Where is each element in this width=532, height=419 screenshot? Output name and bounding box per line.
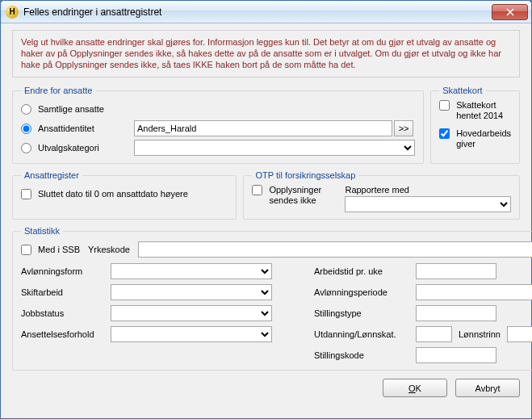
label-rapportere-med: Rapportere med <box>345 185 511 195</box>
jobbstatus-combo[interactable] <box>111 305 272 321</box>
app-icon: H <box>6 6 19 19</box>
radio-utvalgskategori[interactable] <box>21 143 31 153</box>
checkbox-skattekort-hentet[interactable] <box>439 100 450 111</box>
label-hovedarbeidsgiver: Hovedarbeids giver <box>456 128 511 149</box>
ansattregister-legend: Ansattregister <box>21 170 82 180</box>
ansattregister-group: Ansattregister Sluttet dato til 0 om ans… <box>12 170 237 220</box>
skattekort-legend: Skattekort <box>439 86 486 95</box>
label-lonnstrinn: Lønnstrinn <box>459 329 501 339</box>
endre-for-legend: Endre for ansatte <box>21 86 95 95</box>
endre-for-ansatte-group: Endre for ansatte Samtlige ansatte Ansat… <box>12 86 424 164</box>
label-arbeidstid: Arbeidstid pr. uke <box>314 266 411 276</box>
cancel-button[interactable]: Avbryt <box>455 379 520 397</box>
checkbox-med-i-ssb[interactable] <box>21 245 31 255</box>
label-opplysninger-sendes-ikke: Opplysninger sendes ikke <box>269 185 333 206</box>
radio-ansattidentitet[interactable] <box>21 124 31 134</box>
label-utdanning-lonnskat: Utdanning/Lønnskat. <box>314 329 411 339</box>
label-med-i-ssb: Med i SSB <box>38 245 80 254</box>
label-skattekort-hentet: Skattekort hentet 2014 <box>456 100 511 121</box>
close-icon <box>506 8 514 16</box>
skattekort-group: Skattekort Skattekort hentet 2014 Hoveda… <box>430 86 520 164</box>
yrkeskode-combo[interactable] <box>138 241 532 258</box>
skiftarbeid-combo[interactable] <box>111 284 272 300</box>
rapportere-med-combo[interactable] <box>345 196 511 212</box>
label-ansattidentitet: Ansattidentitet <box>38 124 94 133</box>
dialog-footer: OK Avbryt <box>12 374 520 397</box>
avlonningsform-combo[interactable] <box>111 263 272 279</box>
ansattidentitet-browse-button[interactable]: >> <box>394 120 413 136</box>
dialog-window: H Felles endringer i ansattregistret Vel… <box>0 0 532 419</box>
label-skiftarbeid: Skiftarbeid <box>21 287 106 297</box>
client-area: Velg ut hvilke ansatte endringer skal gj… <box>1 23 531 418</box>
statistikk-legend: Statistikk <box>21 226 63 236</box>
checkbox-sluttet-dato[interactable] <box>21 189 31 199</box>
label-yrkeskode: Yrkeskode <box>88 245 130 254</box>
ansattidentitet-input[interactable] <box>134 120 392 136</box>
label-utvalgskategori: Utvalgskategori <box>38 143 99 153</box>
checkbox-opplysninger-sendes-ikke[interactable] <box>252 185 262 195</box>
avlonningsperiode-combo[interactable] <box>416 284 532 300</box>
window-title: Felles endringer i ansattregistret <box>23 6 492 18</box>
radio-samtlige-ansatte[interactable] <box>21 104 31 115</box>
label-sluttet-dato: Sluttet dato til 0 om ansattdato høyere <box>38 189 188 199</box>
checkbox-hovedarbeidsgiver[interactable] <box>439 128 450 139</box>
label-stillingstype: Stillingstype <box>314 308 411 318</box>
label-ansettelsesforhold: Ansettelsesforhold <box>21 329 106 339</box>
ansettelsesforhold-combo[interactable] <box>111 326 272 342</box>
utvalgskategori-combo[interactable] <box>134 140 415 156</box>
statistikk-group: Statistikk Med i SSB Yrkeskode Avlønning… <box>12 226 532 371</box>
otp-group: OTP til forsikringsselskap Opplysninger … <box>243 170 520 220</box>
info-text: Velg ut hvilke ansatte endringer skal gj… <box>12 30 520 78</box>
label-jobbstatus: Jobbstatus <box>21 308 106 318</box>
label-avlonningsform: Avlønningsform <box>21 266 106 276</box>
utdanning-input[interactable] <box>416 326 452 342</box>
label-avlonningsperiode: Avlønningsperiode <box>314 287 411 297</box>
label-samtlige-ansatte: Samtlige ansatte <box>38 104 104 114</box>
stillingskode-input[interactable] <box>416 347 496 363</box>
lonnstrinn-input[interactable] <box>507 326 532 342</box>
otp-legend: OTP til forsikringsselskap <box>252 170 358 180</box>
close-button[interactable] <box>492 4 528 20</box>
ok-button[interactable]: OK <box>383 379 447 397</box>
titlebar: H Felles endringer i ansattregistret <box>1 1 531 23</box>
stillingstype-input[interactable] <box>416 305 496 321</box>
arbeidstid-input[interactable] <box>416 263 496 279</box>
label-stillingskode: Stillingskode <box>314 350 411 360</box>
